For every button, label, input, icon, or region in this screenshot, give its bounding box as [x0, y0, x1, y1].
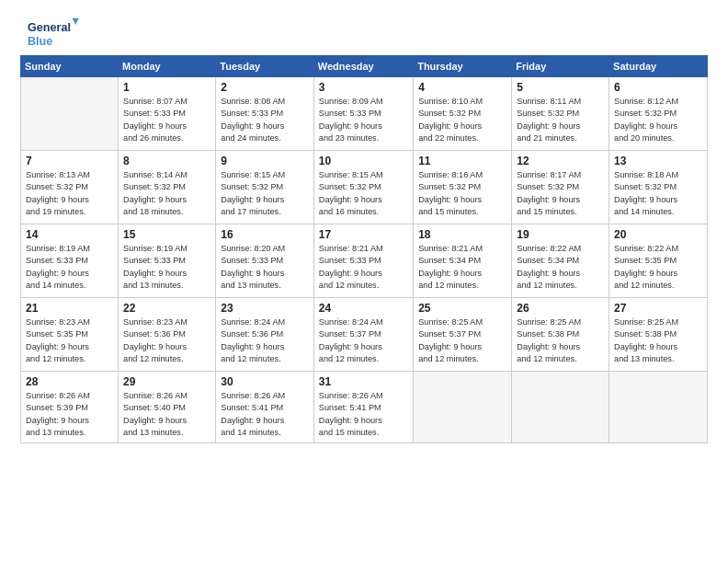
day-number: 25 — [418, 302, 506, 315]
day-info: Sunrise: 8:09 AM Sunset: 5:33 PM Dayligh… — [319, 96, 408, 144]
day-number: 30 — [221, 375, 309, 388]
day-info: Sunrise: 8:21 AM Sunset: 5:33 PM Dayligh… — [319, 243, 408, 292]
day-info: Sunrise: 8:07 AM Sunset: 5:33 PM Dayligh… — [123, 96, 210, 144]
calendar-cell: 10Sunrise: 8:15 AM Sunset: 5:32 PM Dayli… — [313, 151, 413, 224]
calendar-cell: 11Sunrise: 8:16 AM Sunset: 5:32 PM Dayli… — [414, 151, 512, 224]
day-info: Sunrise: 8:25 AM Sunset: 5:37 PM Dayligh… — [418, 316, 506, 365]
day-info: Sunrise: 8:26 AM Sunset: 5:40 PM Dayligh… — [123, 390, 210, 439]
calendar-cell: 23Sunrise: 8:24 AM Sunset: 5:36 PM Dayli… — [216, 298, 314, 372]
logo-icon: General Blue — [20, 17, 85, 50]
day-info: Sunrise: 8:14 AM Sunset: 5:32 PM Dayligh… — [123, 169, 210, 218]
day-info: Sunrise: 8:25 AM Sunset: 5:38 PM Dayligh… — [614, 316, 702, 365]
day-number: 1 — [123, 81, 210, 94]
col-header-wednesday: Wednesday — [313, 56, 413, 77]
calendar-cell: 15Sunrise: 8:19 AM Sunset: 5:33 PM Dayli… — [119, 224, 216, 298]
day-number: 11 — [418, 155, 506, 167]
day-info: Sunrise: 8:10 AM Sunset: 5:32 PM Dayligh… — [418, 96, 506, 144]
day-number: 21 — [26, 302, 113, 315]
day-info: Sunrise: 8:24 AM Sunset: 5:36 PM Dayligh… — [221, 316, 309, 365]
day-number: 27 — [614, 302, 702, 315]
day-info: Sunrise: 8:21 AM Sunset: 5:34 PM Dayligh… — [418, 243, 506, 292]
day-number: 15 — [123, 228, 210, 241]
day-number: 19 — [517, 228, 604, 241]
col-header-saturday: Saturday — [609, 56, 708, 77]
day-number: 3 — [319, 81, 408, 94]
day-number: 10 — [319, 155, 408, 167]
logo: General Blue — [20, 17, 88, 50]
day-number: 24 — [319, 302, 408, 315]
calendar-cell: 7Sunrise: 8:13 AM Sunset: 5:32 PM Daylig… — [21, 151, 119, 224]
day-number: 14 — [26, 228, 113, 241]
day-info: Sunrise: 8:20 AM Sunset: 5:33 PM Dayligh… — [221, 243, 309, 292]
day-info: Sunrise: 8:25 AM Sunset: 5:38 PM Dayligh… — [517, 316, 604, 365]
day-info: Sunrise: 8:17 AM Sunset: 5:32 PM Dayligh… — [517, 169, 604, 218]
day-info: Sunrise: 8:22 AM Sunset: 5:35 PM Dayligh… — [614, 243, 702, 292]
calendar-cell: 12Sunrise: 8:17 AM Sunset: 5:32 PM Dayli… — [512, 151, 609, 224]
calendar-cell: 18Sunrise: 8:21 AM Sunset: 5:34 PM Dayli… — [414, 224, 512, 298]
calendar-cell: 28Sunrise: 8:26 AM Sunset: 5:39 PM Dayli… — [21, 372, 119, 443]
calendar-cell: 8Sunrise: 8:14 AM Sunset: 5:32 PM Daylig… — [119, 151, 216, 224]
day-number: 5 — [517, 81, 604, 94]
calendar-cell: 20Sunrise: 8:22 AM Sunset: 5:35 PM Dayli… — [609, 224, 708, 298]
day-info: Sunrise: 8:19 AM Sunset: 5:33 PM Dayligh… — [26, 243, 113, 292]
day-info: Sunrise: 8:19 AM Sunset: 5:33 PM Dayligh… — [123, 243, 210, 292]
calendar-cell: 29Sunrise: 8:26 AM Sunset: 5:40 PM Dayli… — [119, 372, 216, 443]
day-info: Sunrise: 8:15 AM Sunset: 5:32 PM Dayligh… — [221, 169, 309, 218]
day-number: 12 — [517, 155, 604, 167]
day-info: Sunrise: 8:12 AM Sunset: 5:32 PM Dayligh… — [614, 96, 702, 144]
col-header-friday: Friday — [512, 56, 609, 77]
day-number: 18 — [418, 228, 506, 241]
day-info: Sunrise: 8:26 AM Sunset: 5:39 PM Dayligh… — [26, 390, 113, 439]
day-number: 16 — [221, 228, 309, 241]
calendar-cell: 30Sunrise: 8:26 AM Sunset: 5:41 PM Dayli… — [216, 372, 314, 443]
day-number: 9 — [221, 155, 309, 167]
svg-text:Blue: Blue — [28, 35, 52, 48]
col-header-sunday: Sunday — [21, 56, 119, 77]
calendar-cell: 16Sunrise: 8:20 AM Sunset: 5:33 PM Dayli… — [216, 224, 314, 298]
calendar-cell: 5Sunrise: 8:11 AM Sunset: 5:32 PM Daylig… — [512, 77, 609, 151]
calendar-cell: 2Sunrise: 8:08 AM Sunset: 5:33 PM Daylig… — [216, 77, 314, 151]
calendar-cell: 9Sunrise: 8:15 AM Sunset: 5:32 PM Daylig… — [216, 151, 314, 224]
day-number: 17 — [319, 228, 408, 241]
calendar-cell: 6Sunrise: 8:12 AM Sunset: 5:32 PM Daylig… — [609, 77, 708, 151]
day-number: 22 — [123, 302, 210, 315]
day-number: 23 — [221, 302, 309, 315]
calendar-cell — [414, 372, 512, 443]
calendar-cell: 26Sunrise: 8:25 AM Sunset: 5:38 PM Dayli… — [512, 298, 609, 372]
day-info: Sunrise: 8:11 AM Sunset: 5:32 PM Dayligh… — [517, 96, 604, 144]
day-info: Sunrise: 8:24 AM Sunset: 5:37 PM Dayligh… — [319, 316, 408, 365]
day-info: Sunrise: 8:08 AM Sunset: 5:33 PM Dayligh… — [221, 96, 309, 144]
calendar-cell — [609, 372, 708, 443]
calendar-cell: 3Sunrise: 8:09 AM Sunset: 5:33 PM Daylig… — [313, 77, 413, 151]
calendar-cell: 14Sunrise: 8:19 AM Sunset: 5:33 PM Dayli… — [21, 224, 119, 298]
calendar-cell: 27Sunrise: 8:25 AM Sunset: 5:38 PM Dayli… — [609, 298, 708, 372]
calendar-cell: 25Sunrise: 8:25 AM Sunset: 5:37 PM Dayli… — [414, 298, 512, 372]
calendar-cell: 22Sunrise: 8:23 AM Sunset: 5:36 PM Dayli… — [119, 298, 216, 372]
day-number: 28 — [26, 375, 113, 388]
calendar-cell: 4Sunrise: 8:10 AM Sunset: 5:32 PM Daylig… — [414, 77, 512, 151]
day-info: Sunrise: 8:16 AM Sunset: 5:32 PM Dayligh… — [418, 169, 506, 218]
calendar-header-row: SundayMondayTuesdayWednesdayThursdayFrid… — [21, 56, 708, 77]
col-header-monday: Monday — [119, 56, 216, 77]
day-info: Sunrise: 8:26 AM Sunset: 5:41 PM Dayligh… — [221, 390, 309, 439]
calendar-cell: 21Sunrise: 8:23 AM Sunset: 5:35 PM Dayli… — [21, 298, 119, 372]
day-info: Sunrise: 8:13 AM Sunset: 5:32 PM Dayligh… — [26, 169, 113, 218]
calendar-cell — [21, 77, 119, 151]
day-info: Sunrise: 8:23 AM Sunset: 5:36 PM Dayligh… — [123, 316, 210, 365]
day-number: 31 — [319, 375, 408, 388]
calendar-cell: 19Sunrise: 8:22 AM Sunset: 5:34 PM Dayli… — [512, 224, 609, 298]
day-number: 13 — [614, 155, 702, 167]
day-info: Sunrise: 8:18 AM Sunset: 5:32 PM Dayligh… — [614, 169, 702, 218]
day-number: 26 — [517, 302, 604, 315]
day-number: 8 — [123, 155, 210, 167]
day-number: 6 — [614, 81, 702, 94]
svg-marker-2 — [73, 18, 79, 25]
day-number: 20 — [614, 228, 702, 241]
day-number: 7 — [26, 155, 113, 167]
calendar-cell: 1Sunrise: 8:07 AM Sunset: 5:33 PM Daylig… — [119, 77, 216, 151]
col-header-thursday: Thursday — [414, 56, 512, 77]
page-header: General Blue — [20, 17, 708, 50]
calendar-cell: 24Sunrise: 8:24 AM Sunset: 5:37 PM Dayli… — [313, 298, 413, 372]
day-info: Sunrise: 8:26 AM Sunset: 5:41 PM Dayligh… — [319, 390, 408, 439]
day-info: Sunrise: 8:22 AM Sunset: 5:34 PM Dayligh… — [517, 243, 604, 292]
